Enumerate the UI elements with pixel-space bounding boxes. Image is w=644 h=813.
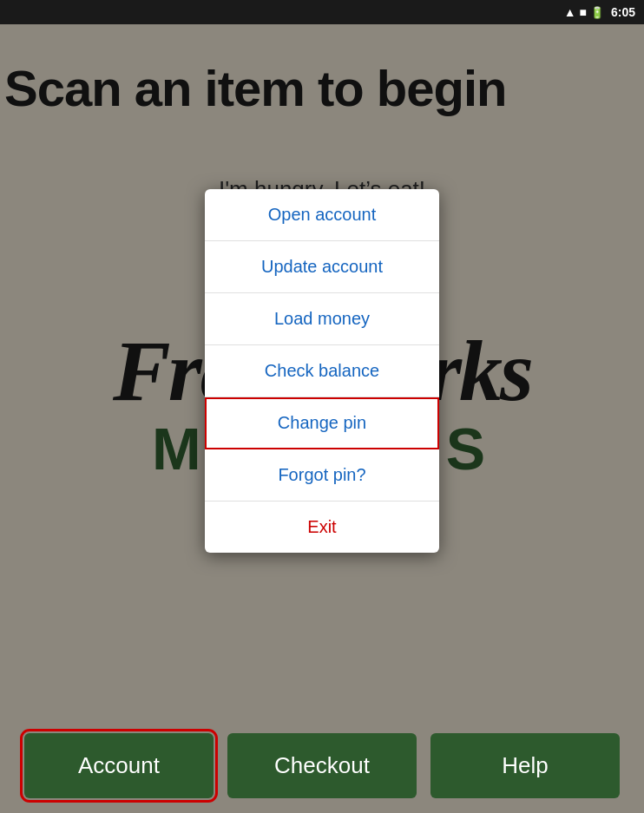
status-bar: ▲ ■ 🔋 6:05 (0, 0, 644, 24)
update-account-button[interactable]: Update account (205, 241, 439, 293)
modal-overlay: Open account Update account Load money C… (0, 24, 644, 813)
status-icons: ▲ ■ 🔋 6:05 (564, 5, 635, 19)
battery-icon: 🔋 (590, 6, 604, 19)
change-pin-button[interactable]: Change pin (205, 397, 439, 449)
load-money-button[interactable]: Load money (205, 293, 439, 345)
wifi-icon: ▲ (564, 5, 576, 19)
signal-icon: ■ (580, 5, 587, 19)
forgot-pin-button[interactable]: Forgot pin? (205, 449, 439, 502)
open-account-button[interactable]: Open account (205, 189, 439, 241)
check-balance-button[interactable]: Check balance (205, 345, 439, 397)
status-time: 6:05 (611, 5, 635, 19)
exit-button[interactable]: Exit (205, 502, 439, 553)
account-menu-modal: Open account Update account Load money C… (205, 189, 439, 553)
